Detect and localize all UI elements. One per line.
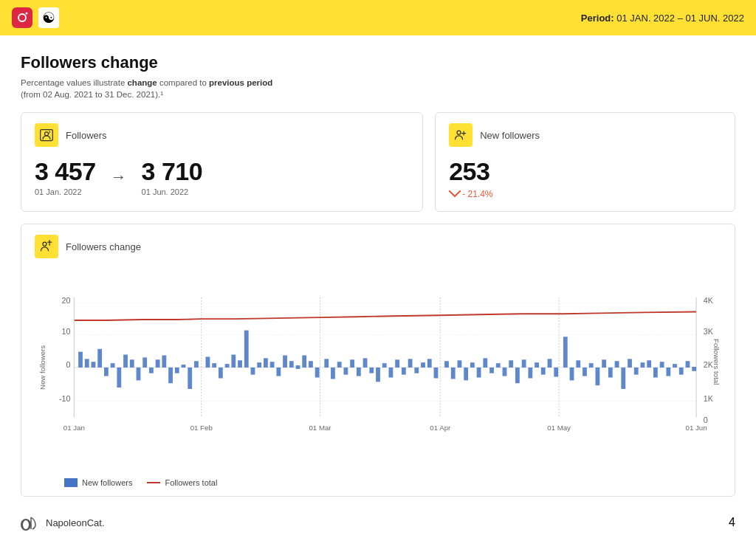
header-left: ☯ [12, 7, 59, 28]
followers-icon [35, 123, 58, 147]
svg-rect-56 [219, 368, 223, 379]
svg-rect-58 [231, 355, 236, 368]
main-content: Followers change Percentage values illus… [0, 35, 756, 508]
change-value: - 21.4% [449, 189, 492, 199]
svg-rect-43 [130, 360, 134, 368]
chart-svg: 20 10 0 -10 New followers 4K 3K 2K 1K 0 … [35, 266, 721, 472]
svg-point-2 [26, 13, 28, 15]
svg-rect-40 [111, 363, 115, 368]
svg-text:-10: -10 [59, 394, 70, 403]
new-followers-label: New followers [480, 130, 540, 141]
chart-card: Followers change 20 10 0 -10 [21, 224, 735, 497]
svg-rect-55 [212, 363, 216, 368]
brand: NapoleonCat. [21, 514, 105, 531]
svg-rect-97 [489, 368, 494, 373]
svg-rect-125 [673, 364, 677, 368]
svg-rect-0 [12, 7, 32, 28]
svg-rect-48 [162, 356, 166, 368]
svg-rect-109 [570, 368, 574, 380]
svg-rect-92 [458, 360, 462, 368]
svg-rect-115 [608, 368, 613, 378]
chart-title: Followers change [66, 241, 141, 252]
followers-end-group: 3 710 01 Jun. 2022 [142, 157, 203, 196]
svg-rect-78 [363, 359, 368, 368]
svg-rect-41 [117, 368, 121, 387]
svg-rect-39 [104, 368, 109, 376]
followers-start-group: 3 457 01 Jan. 2022 [35, 157, 96, 196]
svg-text:2K: 2K [704, 360, 713, 369]
svg-rect-87 [421, 362, 425, 368]
new-followers-value: 253 [449, 157, 721, 186]
svg-rect-85 [408, 359, 413, 368]
svg-rect-117 [621, 368, 625, 389]
followers-card: Followers 3 457 01 Jan. 2022 → 3 710 01 … [21, 112, 423, 212]
svg-rect-50 [175, 368, 179, 373]
svg-rect-91 [451, 368, 456, 379]
svg-rect-82 [389, 368, 394, 378]
yin-yang-icon: ☯ [38, 7, 59, 28]
svg-text:10: 10 [62, 328, 71, 337]
legend-line-swatch [147, 482, 160, 483]
svg-rect-75 [344, 368, 348, 375]
footer: NapoleonCat. 4 [0, 508, 756, 538]
svg-rect-81 [382, 363, 387, 368]
chart-legend: New followers Followers total [35, 478, 721, 487]
header-period: Period: 01 JAN. 2022 – 01 JUN. 2022 [581, 13, 744, 24]
svg-rect-86 [414, 368, 419, 373]
svg-text:01 Feb: 01 Feb [190, 424, 213, 432]
new-followers-card: New followers 253 - 21.4% [435, 112, 735, 212]
svg-rect-121 [647, 360, 651, 368]
svg-rect-120 [641, 362, 645, 368]
svg-rect-67 [289, 361, 294, 368]
legend-line-label: Followers total [165, 478, 217, 487]
svg-rect-106 [548, 359, 552, 368]
svg-rect-47 [156, 360, 160, 368]
subtitle: Percentage values illustrate change comp… [21, 77, 735, 100]
svg-rect-64 [270, 362, 275, 368]
svg-rect-124 [666, 368, 670, 376]
svg-text:01 Mar: 01 Mar [309, 424, 331, 432]
svg-rect-79 [369, 368, 374, 373]
svg-rect-57 [225, 364, 230, 368]
new-followers-value-group: 253 - 21.4% [449, 157, 721, 199]
followers-start-value: 3 457 [35, 157, 96, 186]
svg-rect-96 [483, 359, 487, 368]
cards-row: Followers 3 457 01 Jan. 2022 → 3 710 01 … [21, 112, 735, 212]
svg-rect-68 [296, 365, 300, 369]
svg-rect-118 [628, 359, 632, 368]
svg-rect-111 [583, 368, 587, 376]
instagram-icon [12, 7, 32, 28]
svg-rect-83 [395, 360, 399, 368]
svg-rect-127 [686, 361, 690, 368]
svg-rect-3 [41, 130, 53, 141]
chart-area: 20 10 0 -10 New followers 4K 3K 2K 1K 0 … [35, 266, 721, 472]
svg-rect-80 [376, 368, 380, 382]
legend-line-item: Followers total [147, 478, 217, 487]
svg-point-4 [45, 132, 49, 136]
followers-label: Followers [66, 130, 107, 141]
new-followers-card-header: New followers [449, 123, 721, 147]
svg-rect-99 [503, 368, 507, 376]
change-indicator: - 21.4% [449, 189, 721, 199]
svg-rect-62 [257, 362, 261, 368]
svg-rect-52 [188, 368, 192, 389]
svg-rect-35 [78, 352, 83, 368]
arrow-icon: → [111, 168, 127, 187]
svg-rect-53 [194, 361, 199, 368]
svg-rect-71 [315, 368, 320, 378]
chart-header: Followers change [35, 235, 721, 258]
svg-rect-61 [251, 368, 255, 375]
svg-rect-77 [357, 368, 361, 376]
followers-values: 3 457 01 Jan. 2022 → 3 710 01 Jun. 2022 [35, 157, 409, 196]
svg-rect-66 [283, 356, 287, 368]
svg-rect-76 [350, 360, 354, 368]
legend-bar-item: New followers [64, 478, 132, 487]
svg-text:01 Apr: 01 Apr [430, 424, 451, 432]
svg-text:20: 20 [62, 296, 71, 305]
svg-rect-51 [182, 365, 186, 368]
svg-rect-126 [679, 368, 684, 375]
svg-rect-46 [149, 368, 154, 373]
svg-rect-88 [427, 359, 432, 368]
svg-rect-36 [85, 359, 89, 368]
svg-rect-93 [464, 368, 468, 380]
